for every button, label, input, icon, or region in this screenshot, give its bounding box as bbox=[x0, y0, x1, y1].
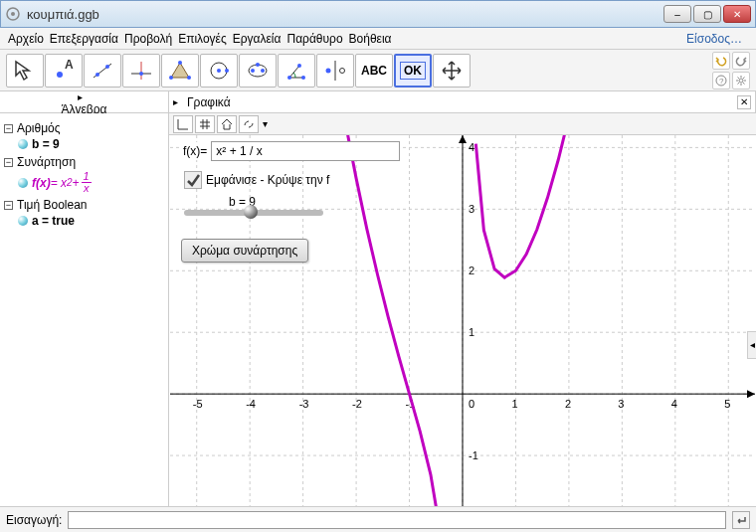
visibility-dot-icon[interactable] bbox=[18, 139, 28, 149]
svg-text:3: 3 bbox=[469, 203, 474, 215]
svg-point-26 bbox=[340, 68, 345, 73]
svg-marker-10 bbox=[171, 63, 189, 78]
grid-toggle-button[interactable] bbox=[195, 115, 215, 133]
collapse-icon: − bbox=[4, 158, 13, 167]
tool-move-view[interactable] bbox=[433, 54, 471, 88]
svg-point-1 bbox=[11, 12, 15, 16]
svg-text:-4: -4 bbox=[246, 398, 256, 410]
dropdown-icon[interactable]: ▾ bbox=[263, 118, 268, 129]
svg-text:?: ? bbox=[719, 77, 724, 86]
algebra-group-boolean[interactable]: − Τιμή Boolean bbox=[4, 198, 164, 212]
svg-text:1: 1 bbox=[511, 398, 517, 410]
menu-tools[interactable]: Εργαλεία bbox=[233, 32, 282, 46]
svg-point-19 bbox=[261, 69, 265, 73]
plot-svg: -5-4-3-2-1012345-2-11234 bbox=[169, 135, 756, 532]
svg-text:-1: -1 bbox=[469, 449, 478, 461]
menu-view[interactable]: Προβολή bbox=[124, 32, 172, 46]
tool-circle[interactable] bbox=[200, 54, 238, 88]
menu-file[interactable]: Αρχείο bbox=[8, 32, 44, 46]
menu-bar: Αρχείο Επεξεργασία Προβολή Επιλογές Εργα… bbox=[0, 28, 756, 50]
svg-point-18 bbox=[251, 69, 255, 73]
input-enter-button[interactable] bbox=[732, 511, 750, 529]
collapse-icon: − bbox=[4, 201, 13, 210]
axes-toggle-button[interactable] bbox=[173, 115, 193, 133]
command-input[interactable] bbox=[68, 511, 726, 529]
algebra-item-f[interactable]: f(x) = x2 + 1x bbox=[18, 171, 164, 194]
input-bar: Εισαγωγή: bbox=[0, 506, 756, 532]
visibility-dot-icon[interactable] bbox=[18, 178, 28, 188]
menu-help[interactable]: Βοήθεια bbox=[349, 32, 392, 46]
graphics-close-button[interactable]: ✕ bbox=[737, 95, 751, 109]
svg-point-21 bbox=[287, 76, 291, 80]
maximize-button[interactable]: ▢ bbox=[693, 5, 721, 23]
tool-text[interactable]: ABC bbox=[355, 54, 393, 88]
svg-text:4: 4 bbox=[671, 398, 677, 410]
menu-options[interactable]: Επιλογές bbox=[178, 32, 227, 46]
svg-point-2 bbox=[57, 72, 63, 78]
svg-point-9 bbox=[139, 72, 143, 76]
slider-knob[interactable] bbox=[244, 205, 258, 219]
algebra-group-number[interactable]: − Αριθμός bbox=[4, 121, 164, 135]
minimize-button[interactable]: – bbox=[663, 5, 691, 23]
graphics-title: Γραφικά bbox=[187, 95, 231, 109]
svg-point-13 bbox=[169, 76, 173, 80]
menu-login[interactable]: Είσοδος… bbox=[686, 32, 742, 46]
svg-text:A: A bbox=[65, 58, 74, 72]
tool-angle[interactable] bbox=[278, 54, 315, 88]
input-label: Εισαγωγή: bbox=[6, 513, 62, 527]
fx-label: f(x)= bbox=[179, 142, 211, 160]
svg-text:4: 4 bbox=[469, 141, 474, 153]
function-color-button[interactable]: Χρώμα συνάρτησης bbox=[181, 239, 308, 263]
home-button[interactable] bbox=[217, 115, 237, 133]
svg-point-23 bbox=[297, 64, 301, 68]
menu-window[interactable]: Παράθυρο bbox=[286, 32, 342, 46]
settings-button[interactable] bbox=[732, 72, 750, 89]
algebra-item-b[interactable]: b = 9 bbox=[18, 137, 164, 151]
svg-point-25 bbox=[326, 68, 331, 73]
svg-point-22 bbox=[301, 76, 305, 80]
capture-button[interactable] bbox=[239, 115, 259, 133]
svg-point-11 bbox=[178, 61, 182, 65]
toolbar: A ABC OK ? bbox=[0, 50, 756, 91]
svg-point-20 bbox=[256, 63, 260, 67]
svg-text:2: 2 bbox=[565, 398, 571, 410]
svg-point-5 bbox=[95, 73, 99, 77]
svg-point-6 bbox=[105, 65, 109, 69]
graphics-canvas[interactable]: -5-4-3-2-1012345-2-11234 bbox=[169, 135, 756, 532]
window-title: κουμπιά.ggb bbox=[27, 7, 663, 22]
algebra-group-function[interactable]: − Συνάρτηση bbox=[4, 155, 164, 169]
svg-text:3: 3 bbox=[618, 398, 624, 410]
svg-text:5: 5 bbox=[724, 398, 730, 410]
tool-slider[interactable]: OK bbox=[394, 54, 432, 88]
title-bar: κουμπιά.ggb – ▢ ✕ bbox=[0, 0, 756, 28]
svg-text:-5: -5 bbox=[193, 398, 203, 410]
svg-text:0: 0 bbox=[469, 398, 474, 410]
tool-point[interactable]: A bbox=[45, 54, 83, 88]
tool-move[interactable] bbox=[6, 54, 44, 88]
svg-point-16 bbox=[225, 69, 229, 73]
collapse-icon: − bbox=[4, 124, 13, 133]
fx-input[interactable] bbox=[211, 141, 400, 161]
tool-perpendicular[interactable] bbox=[122, 54, 160, 88]
panel-headers: ▸ Άλγεβρα ✕ ▸ Γραφικά ✕ bbox=[0, 91, 756, 113]
side-expand-button[interactable]: ◂ bbox=[747, 331, 756, 359]
algebra-item-a[interactable]: a = true bbox=[18, 214, 164, 228]
algebra-panel: − Αριθμός b = 9 − Συνάρτηση f(x) = bbox=[0, 113, 169, 532]
redo-button[interactable] bbox=[732, 52, 750, 70]
visibility-dot-icon[interactable] bbox=[18, 216, 28, 226]
graphics-collapse-icon[interactable]: ▸ bbox=[173, 96, 183, 107]
graphics-toolbar: ▾ bbox=[169, 113, 756, 135]
slider-b[interactable] bbox=[184, 210, 323, 216]
visibility-checkbox[interactable] bbox=[184, 171, 202, 189]
tool-reflect[interactable] bbox=[316, 54, 354, 88]
undo-button[interactable] bbox=[712, 52, 730, 70]
tool-line[interactable] bbox=[84, 54, 121, 88]
close-button[interactable]: ✕ bbox=[723, 5, 751, 23]
graphics-panel: ▾ -5-4-3-2-1012345-2-11234 f(x)= Εμφάνισ… bbox=[169, 113, 756, 532]
svg-text:1: 1 bbox=[469, 326, 474, 338]
help-button[interactable]: ? bbox=[712, 72, 730, 89]
algebra-collapse-icon[interactable]: ▸ bbox=[78, 91, 88, 102]
tool-ellipse[interactable] bbox=[239, 54, 277, 88]
menu-edit[interactable]: Επεξεργασία bbox=[50, 32, 118, 46]
tool-polygon[interactable] bbox=[161, 54, 199, 88]
